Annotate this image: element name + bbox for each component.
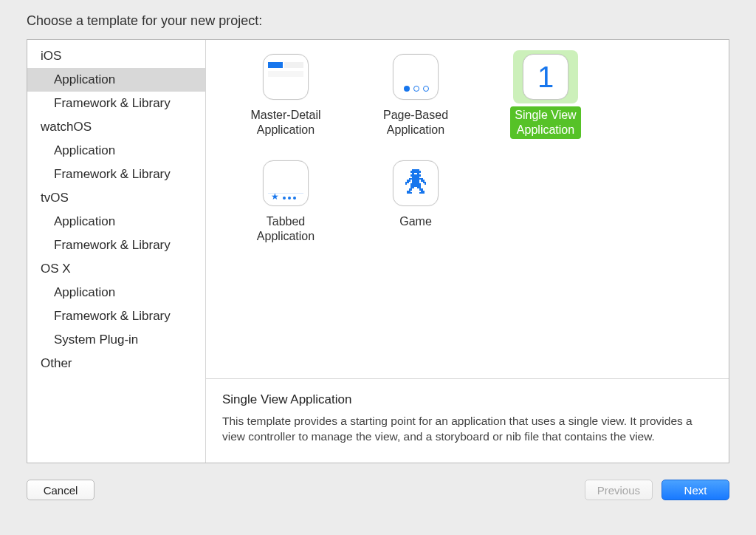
sidebar-item-ios-application[interactable]: Application	[27, 68, 205, 92]
template-icon-pad	[253, 50, 318, 103]
sidebar-platform-tvos[interactable]: tvOS	[27, 186, 205, 210]
next-button[interactable]: Next	[662, 480, 729, 500]
template-page-based[interactable]: Page-Based Application	[354, 50, 478, 139]
cancel-button[interactable]: Cancel	[27, 480, 94, 500]
template-master-detail[interactable]: Master-Detail Application	[224, 50, 348, 139]
master-detail-icon	[263, 54, 309, 100]
sidebar-item-watchos-application[interactable]: Application	[27, 139, 205, 163]
svg-rect-4	[410, 174, 421, 176]
description-body: This template provides a starting point …	[222, 413, 712, 444]
template-icon-pad	[383, 157, 448, 210]
main-area: Master-Detail Application Page-Based App…	[206, 40, 729, 463]
svg-rect-12	[423, 182, 427, 183]
dialog-prompt: Choose a template for your new project:	[0, 13, 756, 39]
sidebar-item-osx-framework-library[interactable]: Framework & Library	[27, 304, 205, 328]
svg-rect-11	[412, 182, 419, 183]
svg-rect-8	[412, 180, 419, 181]
template-label: Page-Based Application	[379, 106, 453, 139]
sidebar-item-ios-framework-library[interactable]: Framework & Library	[27, 92, 205, 115]
template-label: Tabbed Application	[252, 213, 319, 245]
description-title: Single View Application	[222, 392, 712, 407]
template-icon-pad	[383, 50, 448, 103]
template-label: Master-Detail Application	[246, 106, 325, 139]
new-project-dialog: Choose a template for your new project: …	[0, 0, 756, 535]
svg-rect-16	[410, 185, 421, 186]
template-label: Single View Application	[510, 106, 580, 139]
svg-rect-13	[405, 183, 407, 185]
svg-rect-7	[407, 180, 410, 181]
sidebar-platform-osx[interactable]: OS X	[27, 257, 205, 281]
sidebar-platform-ios[interactable]: iOS	[27, 44, 205, 68]
svg-rect-0	[412, 169, 419, 171]
sidebar-platform-watchos[interactable]: watchOS	[27, 115, 205, 139]
svg-rect-20	[419, 188, 423, 190]
svg-rect-23	[407, 192, 412, 194]
game-icon	[393, 160, 439, 206]
svg-rect-10	[405, 182, 409, 183]
svg-rect-19	[409, 188, 413, 190]
svg-rect-22	[421, 191, 425, 192]
sidebar-platform-other[interactable]: Other	[27, 352, 205, 375]
template-tabbed[interactable]: ★ Tabbed Application	[224, 157, 348, 245]
svg-rect-9	[421, 180, 425, 181]
previous-button[interactable]: Previous	[585, 480, 653, 500]
tabbed-icon: ★	[263, 160, 309, 206]
svg-rect-24	[419, 192, 425, 194]
svg-rect-5	[412, 177, 419, 178]
svg-rect-15	[425, 183, 426, 185]
svg-rect-21	[407, 191, 410, 192]
sidebar-item-tvos-application[interactable]: Application	[27, 210, 205, 234]
template-icon-pad: ★	[253, 157, 318, 210]
svg-rect-18	[417, 187, 421, 188]
sidebar: iOS Application Framework & Library watc…	[27, 40, 206, 463]
template-game[interactable]: Game	[354, 157, 478, 245]
sidebar-item-osx-application[interactable]: Application	[27, 281, 205, 304]
svg-rect-3	[417, 173, 419, 174]
single-view-icon: 1	[523, 54, 568, 100]
dialog-button-row: Cancel Previous Next	[0, 463, 756, 500]
template-single-view[interactable]: 1 Single View Application	[484, 50, 608, 139]
page-based-icon	[393, 54, 439, 100]
sidebar-item-watchos-framework-library[interactable]: Framework & Library	[27, 163, 205, 186]
svg-rect-1	[410, 171, 421, 172]
sidebar-item-tvos-framework-library[interactable]: Framework & Library	[27, 234, 205, 257]
sidebar-item-osx-system-plugin[interactable]: System Plug-in	[27, 328, 205, 352]
svg-rect-17	[410, 187, 414, 188]
svg-rect-2	[412, 173, 413, 174]
template-grid: Master-Detail Application Page-Based App…	[206, 40, 729, 378]
svg-rect-14	[410, 183, 421, 185]
template-chooser-panel: iOS Application Framework & Library watc…	[27, 39, 729, 463]
template-label: Game	[395, 213, 436, 231]
description-panel: Single View Application This template pr…	[206, 378, 729, 463]
svg-rect-6	[409, 178, 423, 180]
template-icon-pad: 1	[513, 50, 578, 103]
